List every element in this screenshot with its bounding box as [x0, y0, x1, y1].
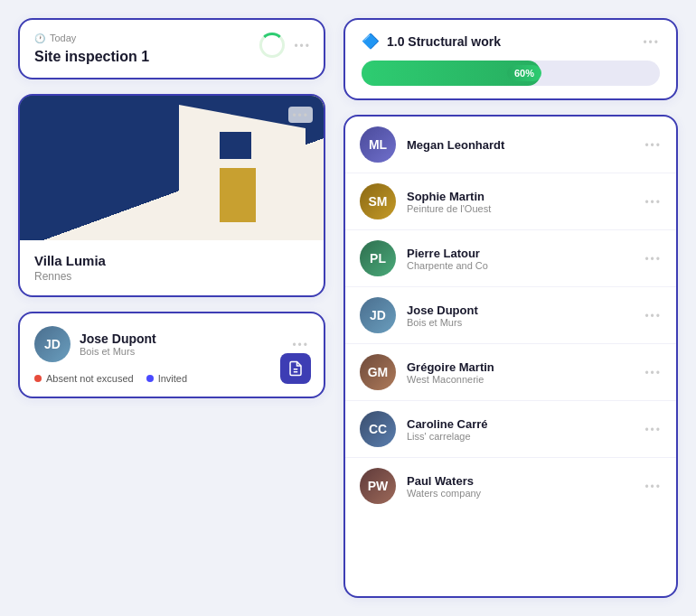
report-button[interactable]: [280, 353, 311, 384]
person-company: Waters company: [407, 488, 634, 499]
avatar: GM: [360, 354, 396, 390]
villa-location: Rennes: [34, 270, 309, 283]
avatar: CC: [360, 411, 396, 447]
list-item: PW Paul Waters Waters company: [345, 458, 676, 514]
progress-spinner: [259, 33, 285, 58]
person-company: Bois et Murs: [80, 346, 156, 357]
villa-more-button[interactable]: [288, 107, 313, 123]
person-more-button[interactable]: [292, 336, 309, 352]
person-company: Liss' carrelage: [407, 431, 634, 442]
person-company: Charpente and Co: [407, 260, 634, 271]
invited-dot: [146, 375, 154, 382]
progress-bar-background: 60%: [362, 61, 660, 86]
structural-title: 1.0 Structural work: [387, 34, 635, 49]
person-name: Grégoire Martin: [407, 360, 634, 374]
villa-scene: [20, 96, 324, 240]
app-layout: 🕐 Today Site inspection 1: [0, 0, 696, 616]
list-item: CC Caroline Carré Liss' carrelage: [345, 401, 676, 458]
person-name: Caroline Carré: [407, 417, 634, 431]
avatar: ML: [360, 126, 396, 163]
progress-bar-fill: 60%: [362, 61, 541, 86]
person-name: Jose Dupont: [80, 331, 156, 346]
person-row: JD Jose Dupont Bois et Murs: [34, 326, 309, 362]
person-more-button[interactable]: [644, 365, 662, 379]
person-details: Megan Leonhardt: [407, 138, 634, 152]
person-details: Paul Waters Waters company: [407, 474, 634, 499]
person-more-button[interactable]: [644, 251, 662, 266]
structural-header: 🔷 1.0 Structural work: [362, 33, 660, 50]
absent-tag: Absent not excused: [34, 373, 134, 384]
person-details: Jose Dupont Bois et Murs: [407, 303, 634, 328]
people-list: ML Megan Leonhardt SM Sophie Martin Pein…: [345, 117, 676, 514]
villa-image-inner: [20, 96, 324, 240]
today-text: Today: [50, 33, 76, 43]
villa-window: [220, 132, 251, 159]
absent-label: Absent not excused: [46, 373, 134, 384]
person-details: Pierre Latour Charpente and Co: [407, 247, 634, 271]
structural-card: 🔷 1.0 Structural work 60%: [343, 18, 678, 100]
person-name: Megan Leonhardt: [407, 138, 634, 152]
person-more-button[interactable]: [644, 308, 662, 322]
person-details: Sophie Martin Peinture de l'Ouest: [407, 190, 634, 214]
structural-more-button[interactable]: [643, 33, 660, 50]
villa-info: Villa Lumia Rennes: [20, 240, 324, 295]
person-details: Grégoire Martin West Maconnerie: [407, 360, 634, 385]
list-item: GM Grégoire Martin West Maconnerie: [345, 344, 676, 401]
structural-icon: 🔷: [362, 33, 380, 50]
person-company: Bois et Murs: [407, 317, 634, 328]
person-name: Jose Dupont: [407, 303, 634, 317]
avatar: SM: [360, 183, 396, 219]
inspection-more-button[interactable]: [294, 37, 311, 53]
invited-tag: Invited: [146, 373, 187, 384]
villa-image: [20, 96, 324, 240]
list-item: SM Sophie Martin Peinture de l'Ouest: [345, 173, 676, 230]
list-item: JD Jose Dupont Bois et Murs: [345, 287, 676, 344]
person-company: West Maconnerie: [407, 374, 634, 385]
person-info: Jose Dupont Bois et Murs: [80, 331, 156, 357]
person-name: Pierre Latour: [407, 247, 634, 260]
person-company: Peinture de l'Ouest: [407, 203, 634, 214]
site-inspection-card: 🕐 Today Site inspection 1: [18, 18, 325, 79]
list-item: ML Megan Leonhardt: [345, 117, 676, 173]
person-details: Caroline Carré Liss' carrelage: [407, 417, 634, 442]
avatar: PW: [360, 468, 396, 504]
person-more-button[interactable]: [644, 137, 662, 152]
left-column: 🕐 Today Site inspection 1: [18, 18, 325, 598]
person-more-button[interactable]: [644, 422, 662, 436]
villa-door: [220, 168, 256, 222]
person-more-button[interactable]: [644, 194, 662, 209]
people-card: ML Megan Leonhardt SM Sophie Martin Pein…: [343, 115, 678, 598]
tags-row: Absent not excused Invited: [34, 373, 309, 384]
right-column: 🔷 1.0 Structural work 60% ML Megan Leonh…: [343, 18, 678, 598]
person-more-button[interactable]: [644, 479, 662, 493]
person-card: JD Jose Dupont Bois et Murs Absent not e…: [18, 312, 325, 398]
list-item: PL Pierre Latour Charpente and Co: [345, 230, 676, 287]
invited-label: Invited: [158, 373, 187, 384]
avatar: JD: [360, 297, 396, 333]
progress-label: 60%: [507, 65, 541, 81]
clock-icon: 🕐: [34, 33, 45, 43]
person-name: Paul Waters: [407, 474, 634, 488]
absent-dot: [34, 375, 42, 382]
inspection-actions: [259, 33, 311, 58]
person-name: Sophie Martin: [407, 190, 634, 203]
person-avatar: JD: [34, 326, 71, 362]
villa-card: Villa Lumia Rennes: [18, 94, 325, 297]
avatar: PL: [360, 240, 396, 276]
villa-name: Villa Lumia: [34, 253, 309, 268]
